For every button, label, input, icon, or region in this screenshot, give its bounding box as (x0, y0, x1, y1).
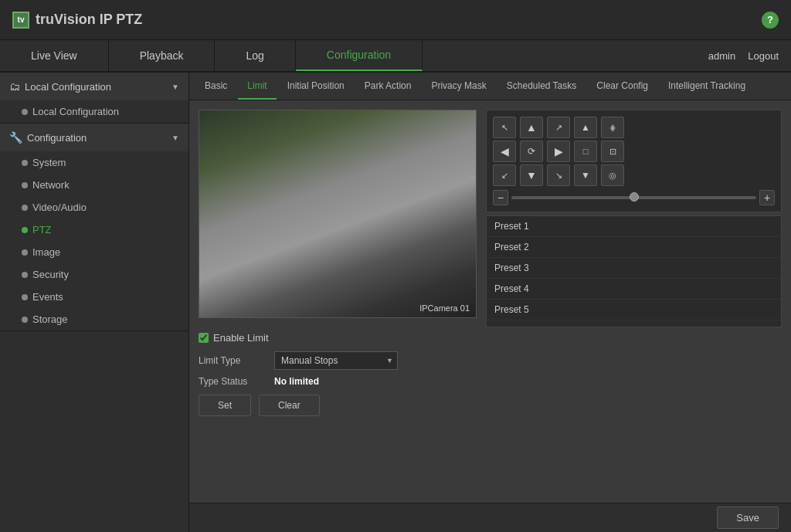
tab-bar: Basic Limit Initial Position Park Action… (189, 73, 791, 100)
sidebar-item-network[interactable]: Network (0, 174, 188, 196)
main-panel: Basic Limit Initial Position Park Action… (189, 73, 791, 532)
nav-configuration[interactable]: Configuration (296, 40, 423, 71)
sidebar-item-label-events: Events (32, 291, 63, 303)
type-status-value: No limited (274, 376, 319, 387)
iris-close-btn[interactable]: ◎ (601, 164, 624, 186)
zoom-slider[interactable] (511, 196, 756, 199)
ptz-home[interactable]: ⟳ (520, 141, 543, 162)
enable-limit-label[interactable]: Enable Limit (213, 332, 269, 344)
sidebar-item-label-local-configuration: Local Configuration (32, 106, 119, 117)
tab-intelligent-tracking[interactable]: Intelligent Tracking (659, 73, 755, 100)
sidebar-item-security[interactable]: Security (0, 263, 188, 286)
preset-item-3[interactable]: Preset 3 (487, 258, 781, 279)
sidebar-item-label-storage: Storage (32, 313, 68, 325)
camera-section: IPCamera 01 Enable Limit Limit Type Manu… (199, 110, 477, 493)
clear-button[interactable]: Clear (259, 395, 320, 416)
sidebar-item-label-network: Network (32, 179, 70, 191)
preset-item-2[interactable]: Preset 2 (487, 237, 781, 258)
ptz-up[interactable]: ▲ (520, 117, 543, 138)
zoom-in-btn[interactable]: + (759, 190, 775, 205)
camera-feed: IPCamera 01 (199, 110, 477, 318)
main-nav: Live View Playback Log Configuration adm… (0, 40, 791, 73)
nav-logout[interactable]: Logout (748, 50, 779, 62)
nav-user-area: admin Logout (696, 40, 791, 71)
ptz-controls: ↖ ▲ ↗ ▲ ⋕ ◀ ⟳ ▶ □ ⊡ (486, 110, 782, 212)
focus-far-btn[interactable]: ▲ (574, 117, 597, 138)
enable-limit-checkbox[interactable] (199, 333, 209, 343)
preset-item-5[interactable]: Preset 5 (487, 300, 781, 320)
ptz-up-left[interactable]: ↖ (493, 117, 516, 138)
sidebar-item-events[interactable]: Events (0, 286, 188, 308)
tab-clear-config[interactable]: Clear Config (587, 73, 657, 100)
help-button[interactable]: ? (762, 12, 779, 29)
ptz-stop[interactable]: □ (574, 141, 597, 162)
set-button[interactable]: Set (199, 395, 251, 416)
sidebar-header-configuration[interactable]: 🔧 Configuration ▼ (0, 124, 188, 151)
camera-overlay-text: IPCamera 01 (419, 303, 470, 313)
sidebar-item-storage[interactable]: Storage (0, 308, 188, 330)
sidebar-item-label-ptz: PTZ (32, 224, 52, 236)
logo-icon: tv (12, 12, 29, 29)
tab-scheduled-tasks[interactable]: Scheduled Tasks (497, 73, 586, 100)
sidebar-section-configuration: 🔧 Configuration ▼ System Network Video/A… (0, 124, 188, 331)
type-status-label: Type Status (199, 376, 268, 387)
bullet-icon-events (22, 294, 28, 300)
ptz-right[interactable]: ▶ (547, 141, 570, 162)
wrench-icon: 🔧 (9, 131, 22, 144)
tab-park-action[interactable]: Park Action (355, 73, 421, 100)
sidebar-item-ptz[interactable]: PTZ (0, 219, 188, 241)
sidebar: 🗂 Local Configuration ▼ Local Configurat… (0, 73, 189, 532)
bullet-icon-system (22, 160, 28, 166)
nav-playback[interactable]: Playback (109, 40, 216, 71)
sidebar-item-local-configuration[interactable]: Local Configuration (0, 100, 188, 123)
limit-type-select-wrapper: Manual Stops Scan Zone (274, 351, 398, 370)
bullet-icon-security (22, 272, 28, 278)
sidebar-section-local-config: 🗂 Local Configuration ▼ Local Configurat… (0, 73, 188, 124)
bullet-icon-network (22, 182, 28, 188)
limit-type-select[interactable]: Manual Stops Scan Zone (274, 351, 398, 370)
nav-username: admin (708, 50, 735, 62)
nav-log[interactable]: Log (215, 40, 295, 71)
sidebar-item-image[interactable]: Image (0, 241, 188, 263)
sidebar-item-system[interactable]: System (0, 151, 188, 174)
bullet-icon-storage (22, 317, 28, 323)
ptz-down-left[interactable]: ↙ (493, 164, 516, 186)
sidebar-section-label-local: Local Configuration (25, 81, 111, 93)
sidebar-item-label-system: System (32, 157, 66, 168)
ctrl-grid-row2: ◀ ⟳ ▶ □ ⊡ (493, 141, 775, 162)
save-button[interactable]: Save (717, 507, 779, 529)
preset-item-4[interactable]: Preset 4 (487, 279, 781, 300)
bullet-icon (22, 109, 28, 115)
ctrl-grid-row1: ↖ ▲ ↗ ▲ ⋕ (493, 117, 775, 138)
content-area: 🗂 Local Configuration ▼ Local Configurat… (0, 73, 791, 532)
nav-live-view[interactable]: Live View (0, 40, 109, 71)
header: tv truVision IP PTZ ? (0, 0, 791, 40)
sidebar-header-local-config[interactable]: 🗂 Local Configuration ▼ (0, 73, 188, 100)
bullet-icon-image (22, 249, 28, 256)
ptz-left[interactable]: ◀ (493, 141, 516, 162)
preset-item-1[interactable]: Preset 1 (487, 216, 781, 237)
main-content: IPCamera 01 Enable Limit Limit Type Manu… (189, 100, 791, 503)
zoom-out-btn[interactable]: − (493, 190, 508, 205)
folder-icon: 🗂 (9, 80, 20, 93)
header-right: ? (762, 12, 779, 29)
bullet-icon-video-audio (22, 205, 28, 211)
focus-near-btn[interactable]: ▼ (574, 164, 597, 186)
chevron-icon-local: ▼ (171, 83, 179, 91)
settings-section: Enable Limit Limit Type Manual Stops Sca… (199, 326, 477, 422)
sidebar-item-video-audio[interactable]: Video/Audio (0, 196, 188, 219)
bullet-icon-ptz (22, 227, 28, 233)
ptz-stop2[interactable]: ⊡ (601, 141, 624, 162)
tab-limit[interactable]: Limit (238, 73, 276, 100)
ptz-down-right[interactable]: ↘ (547, 164, 570, 186)
type-status-row: Type Status No limited (199, 376, 477, 387)
ptz-up-right[interactable]: ↗ (547, 117, 570, 138)
sidebar-item-label-video-audio: Video/Audio (32, 202, 87, 213)
tab-initial-position[interactable]: Initial Position (278, 73, 354, 100)
tab-basic[interactable]: Basic (195, 73, 236, 100)
tab-privacy-mask[interactable]: Privacy Mask (422, 73, 495, 100)
ptz-down[interactable]: ▼ (520, 164, 543, 186)
chevron-icon-config: ▼ (171, 134, 179, 142)
zoom-slider-thumb[interactable] (630, 192, 639, 202)
iris-open-btn[interactable]: ⋕ (601, 117, 624, 138)
